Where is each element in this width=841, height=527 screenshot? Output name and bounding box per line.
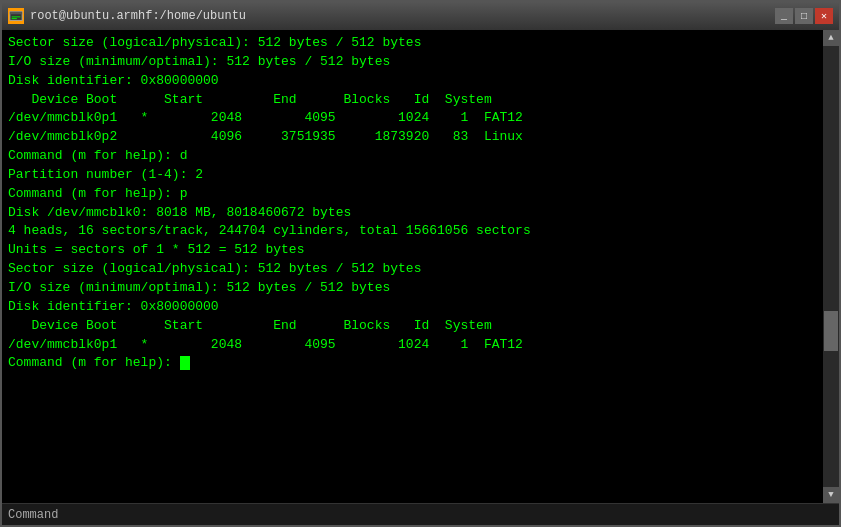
terminal-line: Units = sectors of 1 * 512 = 512 bytes	[8, 241, 817, 260]
terminal-line: Device Boot Start End Blocks Id System	[8, 317, 817, 336]
title-bar: root@ubuntu.armhf:/home/ubuntu _ □ ✕	[2, 2, 839, 30]
terminal-line: I/O size (minimum/optimal): 512 bytes / …	[8, 279, 817, 298]
terminal-line: Disk /dev/mmcblk0: 8018 MB, 8018460672 b…	[8, 204, 817, 223]
window-controls: _ □ ✕	[775, 8, 833, 24]
terminal-line: Disk identifier: 0x80000000	[8, 298, 817, 317]
terminal-line: /dev/mmcblk0p1 * 2048 4095 1024 1 FAT12	[8, 336, 817, 355]
terminal-line: Command (m for help): d	[8, 147, 817, 166]
scroll-thumb[interactable]	[824, 311, 838, 351]
terminal-line: Sector size (logical/physical): 512 byte…	[8, 260, 817, 279]
status-text: Command	[8, 508, 58, 522]
terminal-line: Device Boot Start End Blocks Id System	[8, 91, 817, 110]
terminal-line: Disk identifier: 0x80000000	[8, 72, 817, 91]
terminal-line: Sector size (logical/physical): 512 byte…	[8, 34, 817, 53]
terminal-prompt: Command (m for help):	[8, 355, 180, 370]
svg-rect-1	[10, 12, 22, 15]
close-button[interactable]: ✕	[815, 8, 833, 24]
scroll-down-arrow[interactable]: ▼	[823, 487, 839, 503]
window-title: root@ubuntu.armhf:/home/ubuntu	[30, 9, 769, 23]
terminal-line: Partition number (1-4): 2	[8, 166, 817, 185]
terminal-line: I/O size (minimum/optimal): 512 bytes / …	[8, 53, 817, 72]
terminal-prompt-line: Command (m for help):	[8, 354, 817, 373]
terminal-window: root@ubuntu.armhf:/home/ubuntu _ □ ✕ Sec…	[0, 0, 841, 527]
scroll-track[interactable]	[823, 46, 839, 487]
status-bar: Command	[2, 503, 839, 525]
window-icon	[8, 8, 24, 24]
scroll-up-arrow[interactable]: ▲	[823, 30, 839, 46]
terminal-line: /dev/mmcblk0p1 * 2048 4095 1024 1 FAT12	[8, 109, 817, 128]
terminal-line: Command (m for help): p	[8, 185, 817, 204]
terminal-line: /dev/mmcblk0p2 4096 3751935 1873920 83 L…	[8, 128, 817, 147]
terminal-body: Sector size (logical/physical): 512 byte…	[2, 30, 839, 503]
scrollbar[interactable]: ▲ ▼	[823, 30, 839, 503]
restore-button[interactable]: □	[795, 8, 813, 24]
terminal-cursor	[180, 356, 190, 370]
terminal-output[interactable]: Sector size (logical/physical): 512 byte…	[2, 30, 823, 503]
minimize-button[interactable]: _	[775, 8, 793, 24]
terminal-line: 4 heads, 16 sectors/track, 244704 cylind…	[8, 222, 817, 241]
